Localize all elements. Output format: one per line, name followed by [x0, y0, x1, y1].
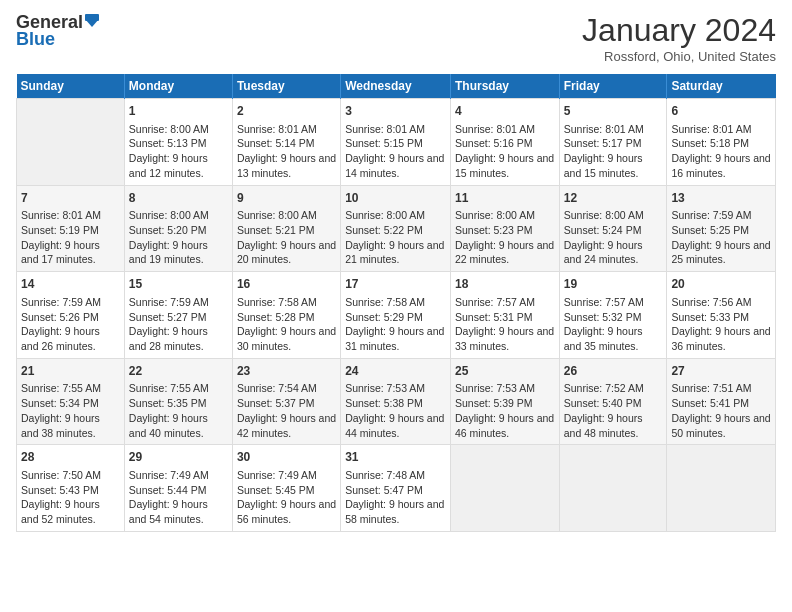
- sunset: Sunset: 5:41 PM: [671, 397, 749, 409]
- calendar-week-row: 21 Sunrise: 7:55 AM Sunset: 5:34 PM Dayl…: [17, 358, 776, 445]
- sunset: Sunset: 5:18 PM: [671, 137, 749, 149]
- calendar-cell: 21 Sunrise: 7:55 AM Sunset: 5:34 PM Dayl…: [17, 358, 125, 445]
- calendar-cell: 27 Sunrise: 7:51 AM Sunset: 5:41 PM Dayl…: [667, 358, 776, 445]
- sunset: Sunset: 5:21 PM: [237, 224, 315, 236]
- logo-icon: [84, 13, 100, 33]
- day-header-monday: Monday: [124, 74, 232, 99]
- sunrise: Sunrise: 7:57 AM: [455, 296, 535, 308]
- day-number: 27: [671, 363, 771, 380]
- sunset: Sunset: 5:45 PM: [237, 484, 315, 496]
- daylight: Daylight: 9 hours and 48 minutes.: [564, 412, 643, 439]
- daylight: Daylight: 9 hours and 36 minutes.: [671, 325, 770, 352]
- daylight: Daylight: 9 hours and 46 minutes.: [455, 412, 554, 439]
- day-number: 10: [345, 190, 446, 207]
- daylight: Daylight: 9 hours and 20 minutes.: [237, 239, 336, 266]
- calendar-cell: 10 Sunrise: 8:00 AM Sunset: 5:22 PM Dayl…: [341, 185, 451, 272]
- calendar-table: SundayMondayTuesdayWednesdayThursdayFrid…: [16, 74, 776, 532]
- sunrise: Sunrise: 7:59 AM: [129, 296, 209, 308]
- calendar-cell: 30 Sunrise: 7:49 AM Sunset: 5:45 PM Dayl…: [232, 445, 340, 532]
- calendar-cell: 15 Sunrise: 7:59 AM Sunset: 5:27 PM Dayl…: [124, 272, 232, 359]
- calendar-cell: [667, 445, 776, 532]
- day-number: 3: [345, 103, 446, 120]
- calendar-cell: 19 Sunrise: 7:57 AM Sunset: 5:32 PM Dayl…: [559, 272, 667, 359]
- calendar-cell: 22 Sunrise: 7:55 AM Sunset: 5:35 PM Dayl…: [124, 358, 232, 445]
- sunrise: Sunrise: 7:53 AM: [345, 382, 425, 394]
- day-number: 20: [671, 276, 771, 293]
- sunrise: Sunrise: 8:00 AM: [129, 123, 209, 135]
- sunrise: Sunrise: 8:01 AM: [345, 123, 425, 135]
- day-number: 1: [129, 103, 228, 120]
- sunset: Sunset: 5:24 PM: [564, 224, 642, 236]
- sunrise: Sunrise: 8:01 AM: [564, 123, 644, 135]
- calendar-cell: 20 Sunrise: 7:56 AM Sunset: 5:33 PM Dayl…: [667, 272, 776, 359]
- sunrise: Sunrise: 8:00 AM: [129, 209, 209, 221]
- sunrise: Sunrise: 7:51 AM: [671, 382, 751, 394]
- calendar-cell: 23 Sunrise: 7:54 AM Sunset: 5:37 PM Dayl…: [232, 358, 340, 445]
- sunset: Sunset: 5:40 PM: [564, 397, 642, 409]
- logo-blue-text: Blue: [16, 29, 55, 50]
- sunrise: Sunrise: 7:49 AM: [237, 469, 317, 481]
- calendar-cell: [559, 445, 667, 532]
- sunset: Sunset: 5:27 PM: [129, 311, 207, 323]
- calendar-cell: 28 Sunrise: 7:50 AM Sunset: 5:43 PM Dayl…: [17, 445, 125, 532]
- day-number: 22: [129, 363, 228, 380]
- day-number: 19: [564, 276, 663, 293]
- sunset: Sunset: 5:31 PM: [455, 311, 533, 323]
- daylight: Daylight: 9 hours and 12 minutes.: [129, 152, 208, 179]
- day-number: 7: [21, 190, 120, 207]
- sunset: Sunset: 5:23 PM: [455, 224, 533, 236]
- sunset: Sunset: 5:22 PM: [345, 224, 423, 236]
- sunset: Sunset: 5:25 PM: [671, 224, 749, 236]
- daylight: Daylight: 9 hours and 56 minutes.: [237, 498, 336, 525]
- day-number: 12: [564, 190, 663, 207]
- sunrise: Sunrise: 8:00 AM: [564, 209, 644, 221]
- sunrise: Sunrise: 7:55 AM: [129, 382, 209, 394]
- daylight: Daylight: 9 hours and 15 minutes.: [564, 152, 643, 179]
- sunset: Sunset: 5:39 PM: [455, 397, 533, 409]
- calendar-cell: 7 Sunrise: 8:01 AM Sunset: 5:19 PM Dayli…: [17, 185, 125, 272]
- sunset: Sunset: 5:16 PM: [455, 137, 533, 149]
- daylight: Daylight: 9 hours and 28 minutes.: [129, 325, 208, 352]
- sunset: Sunset: 5:37 PM: [237, 397, 315, 409]
- title-block: January 2024 Rossford, Ohio, United Stat…: [582, 12, 776, 64]
- sunrise: Sunrise: 7:54 AM: [237, 382, 317, 394]
- sunrise: Sunrise: 8:00 AM: [237, 209, 317, 221]
- sunrise: Sunrise: 7:48 AM: [345, 469, 425, 481]
- sunset: Sunset: 5:32 PM: [564, 311, 642, 323]
- daylight: Daylight: 9 hours and 21 minutes.: [345, 239, 444, 266]
- calendar-cell: 8 Sunrise: 8:00 AM Sunset: 5:20 PM Dayli…: [124, 185, 232, 272]
- sunrise: Sunrise: 8:00 AM: [345, 209, 425, 221]
- calendar-cell: 29 Sunrise: 7:49 AM Sunset: 5:44 PM Dayl…: [124, 445, 232, 532]
- sunset: Sunset: 5:15 PM: [345, 137, 423, 149]
- sunrise: Sunrise: 8:01 AM: [671, 123, 751, 135]
- day-number: 18: [455, 276, 555, 293]
- daylight: Daylight: 9 hours and 35 minutes.: [564, 325, 643, 352]
- sunrise: Sunrise: 7:50 AM: [21, 469, 101, 481]
- sunrise: Sunrise: 7:58 AM: [237, 296, 317, 308]
- sunrise: Sunrise: 7:56 AM: [671, 296, 751, 308]
- day-number: 26: [564, 363, 663, 380]
- daylight: Daylight: 9 hours and 44 minutes.: [345, 412, 444, 439]
- day-number: 11: [455, 190, 555, 207]
- sunrise: Sunrise: 7:57 AM: [564, 296, 644, 308]
- calendar-cell: 5 Sunrise: 8:01 AM Sunset: 5:17 PM Dayli…: [559, 99, 667, 186]
- sunrise: Sunrise: 8:01 AM: [237, 123, 317, 135]
- calendar-cell: 26 Sunrise: 7:52 AM Sunset: 5:40 PM Dayl…: [559, 358, 667, 445]
- day-number: 9: [237, 190, 336, 207]
- daylight: Daylight: 9 hours and 33 minutes.: [455, 325, 554, 352]
- day-number: 6: [671, 103, 771, 120]
- sunset: Sunset: 5:17 PM: [564, 137, 642, 149]
- day-number: 15: [129, 276, 228, 293]
- calendar-cell: 24 Sunrise: 7:53 AM Sunset: 5:38 PM Dayl…: [341, 358, 451, 445]
- daylight: Daylight: 9 hours and 25 minutes.: [671, 239, 770, 266]
- calendar-cell: 9 Sunrise: 8:00 AM Sunset: 5:21 PM Dayli…: [232, 185, 340, 272]
- daylight: Daylight: 9 hours and 24 minutes.: [564, 239, 643, 266]
- day-header-thursday: Thursday: [450, 74, 559, 99]
- calendar-cell: [17, 99, 125, 186]
- day-number: 4: [455, 103, 555, 120]
- sunrise: Sunrise: 7:52 AM: [564, 382, 644, 394]
- day-number: 25: [455, 363, 555, 380]
- day-number: 31: [345, 449, 446, 466]
- day-number: 16: [237, 276, 336, 293]
- daylight: Daylight: 9 hours and 38 minutes.: [21, 412, 100, 439]
